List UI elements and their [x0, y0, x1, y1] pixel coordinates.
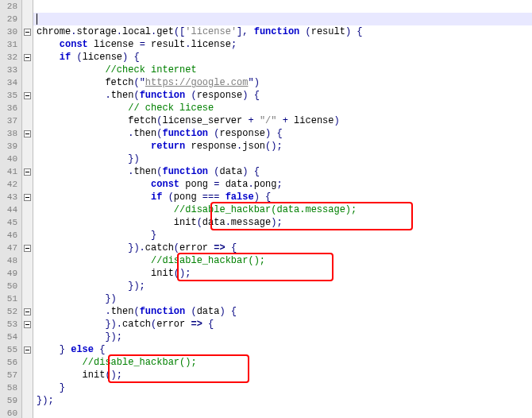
code-line[interactable]: }) [33, 153, 532, 165]
fold-marker[interactable] [22, 305, 33, 318]
fold-marker[interactable] [22, 343, 33, 356]
fold-marker[interactable] [22, 318, 33, 331]
code-line[interactable] [33, 0, 532, 13]
token-cmt: //disable_hackbar(); [151, 255, 265, 266]
token-kw: false [226, 192, 254, 203]
fold-marker[interactable] [22, 242, 33, 254]
code-line[interactable]: return response.json(); [33, 140, 532, 153]
line-number: 39 [0, 140, 21, 153]
fold-marker [22, 114, 33, 127]
fold-column[interactable] [22, 0, 33, 418]
fold-marker [22, 64, 33, 76]
token-op: (); [174, 268, 191, 279]
token-id: data [202, 217, 226, 228]
token-op: . [105, 306, 110, 317]
code-line[interactable]: //disable_hackbar(); [33, 356, 532, 369]
code-editor[interactable]: chrome.storage.local.get(['license'], fu… [33, 0, 532, 418]
text-cursor [37, 14, 37, 25]
token-cmt: //check internet [105, 64, 196, 75]
code-line[interactable] [33, 407, 532, 418]
code-line[interactable]: .then(function (response) { [33, 89, 532, 102]
line-number: 41 [0, 165, 21, 178]
code-line[interactable]: fetch("https://google.com") [33, 76, 532, 89]
token-op: . [248, 179, 253, 190]
token-arrow: => [191, 319, 202, 330]
token-id: init [83, 370, 106, 381]
code-line[interactable]: }); [33, 394, 532, 407]
token-kw: function [162, 128, 208, 139]
fold-marker[interactable] [22, 51, 33, 64]
token-ws [288, 115, 294, 126]
token-kw: if [151, 192, 162, 203]
token-id: pong [185, 179, 208, 190]
token-kw: if [60, 52, 71, 63]
code-line[interactable] [33, 13, 532, 25]
token-op: ( [197, 217, 202, 228]
code-line[interactable]: if (pong === false) { [33, 191, 532, 203]
token-op: }); [105, 331, 122, 343]
token-ws [37, 370, 83, 381]
code-line[interactable]: init(data.message); [33, 216, 532, 229]
code-line[interactable]: } else { [33, 343, 532, 356]
token-id: json [242, 141, 265, 152]
token-op: ) { [219, 306, 237, 317]
token-ws [37, 192, 151, 203]
token-op: ( [208, 128, 219, 139]
code-line[interactable]: .then(function (data) { [33, 305, 532, 318]
code-line[interactable]: // check licese [33, 102, 532, 114]
code-line[interactable]: //check internet [33, 64, 532, 76]
fold-marker [22, 254, 33, 267]
token-kw: function [140, 90, 186, 101]
fold-marker[interactable] [22, 191, 33, 203]
code-line[interactable]: }); [33, 280, 532, 292]
token-id: pong [174, 192, 197, 203]
code-line[interactable]: init(); [33, 369, 532, 381]
token-ws [37, 115, 128, 126]
token-id: local [122, 26, 151, 37]
token-op: ") [248, 77, 259, 88]
token-op: ); [271, 217, 282, 228]
code-line[interactable]: //disable_hackbar(); [33, 254, 532, 267]
token-id: license [294, 115, 333, 126]
token-ws [37, 39, 60, 50]
line-number: 58 [0, 381, 21, 394]
token-op: ) { [242, 166, 260, 177]
token-id: catch [122, 319, 151, 330]
code-line[interactable]: chrome.storage.local.get(['license'], fu… [33, 25, 532, 38]
token-ws [37, 90, 105, 101]
token-op: { [208, 319, 214, 330]
fold-marker[interactable] [22, 25, 33, 38]
token-ws [37, 230, 151, 241]
fold-marker[interactable] [22, 89, 33, 102]
token-ws [37, 141, 151, 152]
code-line[interactable]: .then(function (data) { [33, 165, 532, 178]
token-ws [37, 357, 83, 368]
code-line[interactable]: if (license) { [33, 51, 532, 64]
code-line[interactable]: }); [33, 331, 532, 343]
code-line[interactable]: } [33, 229, 532, 242]
token-id: data [197, 306, 220, 317]
code-line[interactable]: //disable_hackbar(data.message); [33, 203, 532, 216]
token-ws [37, 255, 151, 266]
token-op: ( [133, 90, 139, 101]
token-id: license [94, 39, 133, 50]
code-line[interactable]: }).catch(error => { [33, 318, 532, 331]
token-ws [37, 217, 174, 228]
fold-marker[interactable] [22, 127, 33, 140]
code-line[interactable]: const pong = data.pong; [33, 178, 532, 191]
line-number-gutter: 2829303132333435363738394041424344454647… [0, 0, 22, 418]
token-op: ( [208, 166, 219, 177]
code-line[interactable]: } [33, 381, 532, 394]
line-number: 38 [0, 127, 21, 140]
code-line[interactable]: }).catch(error => { [33, 242, 532, 254]
token-op: { [231, 242, 237, 254]
code-line[interactable]: fetch(license_server + "/" + license) [33, 114, 532, 127]
line-number: 49 [0, 267, 21, 280]
code-line[interactable]: const license = result.license; [33, 38, 532, 51]
fold-marker[interactable] [22, 165, 33, 178]
token-cmt: //disable_hackbar(data.message); [174, 204, 357, 215]
code-line[interactable]: .then(function (response) { [33, 127, 532, 140]
line-number: 50 [0, 280, 21, 292]
code-line[interactable]: }) [33, 292, 532, 305]
code-line[interactable]: init(); [33, 267, 532, 280]
